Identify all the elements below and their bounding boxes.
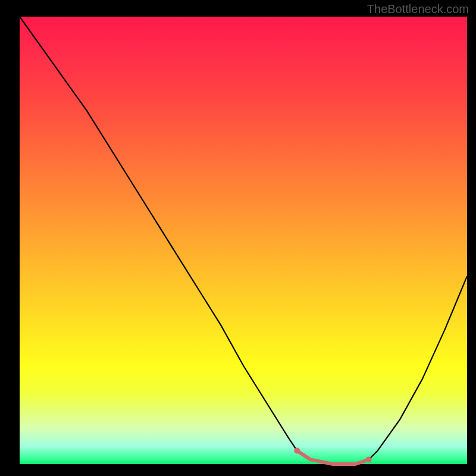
watermark-text: TheBottleneck.com: [367, 2, 469, 16]
optimal-zone-line: [297, 450, 368, 464]
chart-svg: [20, 17, 467, 464]
bottleneck-curve: [20, 17, 467, 464]
optimal-zone-right-dot: [366, 456, 372, 462]
optimal-zone-left-dot: [294, 447, 300, 453]
plot-area: [20, 17, 467, 464]
